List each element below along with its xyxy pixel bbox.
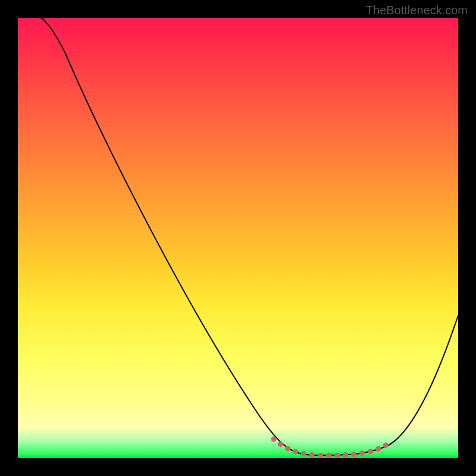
chart-container: TheBottleneck.com: [0, 0, 476, 476]
watermark-text: TheBottleneck.com: [366, 4, 468, 17]
curve-svg: [18, 18, 458, 458]
curve-line: [18, 18, 458, 455]
plot-area: [18, 18, 458, 458]
optimal-zone-dots: [274, 439, 390, 455]
